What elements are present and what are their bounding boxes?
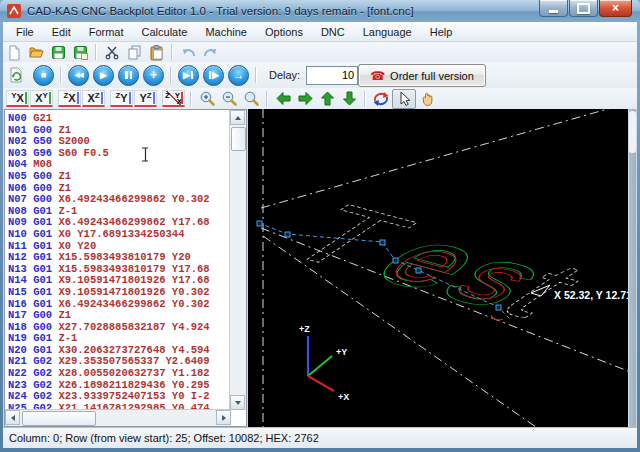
pause-button[interactable] — [118, 65, 139, 86]
view-zx-button[interactable]: ZX — [58, 90, 81, 107]
pan-hand-button[interactable] — [416, 90, 438, 108]
recalculate-button[interactable] — [5, 66, 27, 84]
copy-button[interactable] — [123, 43, 145, 61]
gcode-line[interactable]: N05 G00 Z1 — [8, 170, 229, 182]
gcode-line[interactable]: N01 G00 Z1 — [8, 124, 229, 136]
close-button[interactable]: × — [599, 0, 632, 17]
redo-button[interactable] — [199, 43, 221, 61]
plane-buttons-group: YXXYZXXZZYYZZYX — [6, 90, 186, 107]
gcode-line[interactable]: N21 G02 X29.353507565337 Y2.6409 — [8, 355, 229, 367]
scroll-up-button[interactable] — [230, 110, 245, 125]
view-3d-button[interactable]: ZYX — [162, 90, 185, 107]
menu-format[interactable]: Format — [80, 24, 133, 40]
horizontal-scroll-thumb[interactable] — [22, 411, 96, 426]
order-full-version-button[interactable]: ☎ Order full version — [358, 64, 486, 87]
copy-icon — [126, 44, 143, 61]
status-text: Column: 0; Row (from view start): 25; Of… — [9, 432, 319, 444]
pan-up-button[interactable] — [316, 90, 338, 108]
gcode-line[interactable]: N19 G01 Z-1 — [8, 332, 229, 344]
title-bar[interactable]: CAD-KAS CNC Backplot Editor 1.0 - Trial … — [0, 0, 640, 22]
menu-file[interactable]: File — [7, 24, 43, 40]
save-file-button[interactable] — [47, 43, 69, 61]
view-xz-button[interactable]: XZ — [82, 90, 105, 107]
editor-horizontal-scrollbar[interactable] — [5, 409, 231, 426]
plus-icon: + — [150, 69, 157, 81]
menu-help[interactable]: Help — [421, 24, 462, 40]
gcode-line[interactable]: N07 G00 X6.49243466299862 Y0.302 — [8, 193, 229, 205]
gcode-line[interactable]: N10 G01 X0 Y17.6891334250344 — [8, 228, 229, 240]
zoom-in-button[interactable] — [196, 90, 218, 108]
viewport-scrollbar[interactable] — [629, 109, 636, 428]
zoom-in-icon — [199, 90, 216, 107]
vertical-scroll-thumb[interactable] — [231, 127, 246, 151]
gcode-line[interactable]: N12 G01 X15.5983493810179 Y20 — [8, 251, 229, 263]
stop-button[interactable]: ■ — [33, 65, 54, 86]
toolbar-separator — [60, 67, 62, 83]
plane-boundary-upper — [261, 109, 625, 208]
menu-machine[interactable]: Machine — [196, 24, 256, 40]
status-bar: Column: 0; Row (from view start): 25; Of… — [3, 427, 637, 448]
add-button[interactable]: + — [143, 65, 164, 86]
scroll-right-button[interactable] — [216, 410, 231, 425]
pan-left-button[interactable] — [272, 90, 294, 108]
menu-calculate[interactable]: Calculate — [133, 24, 197, 40]
cut-button[interactable] — [101, 43, 123, 61]
undo-button[interactable] — [177, 43, 199, 61]
gcode-line[interactable]: N13 G01 X15.5983493810179 Y17.68 — [8, 263, 229, 275]
select-pointer-button[interactable] — [392, 89, 416, 109]
gcode-line[interactable]: N23 G02 X26.1898211829436 Y0.295 — [8, 379, 229, 391]
zoom-out-button[interactable] — [218, 90, 240, 108]
zoom-window-button[interactable] — [240, 90, 262, 108]
gcode-line[interactable]: N15 G01 X9.10591471801926 Y0.302 — [8, 286, 229, 298]
pan-right-button[interactable] — [294, 90, 316, 108]
pan-down-button[interactable] — [338, 90, 360, 108]
skip-to-end-button[interactable]: ▶ — [178, 65, 199, 86]
scroll-left-button[interactable] — [5, 410, 20, 425]
gcode-line[interactable]: N22 G02 X28.0055020632737 Y1.182 — [8, 367, 229, 379]
viewport-scroll-thumb[interactable] — [629, 111, 636, 153]
delay-input[interactable] — [306, 66, 358, 85]
gcode-line[interactable]: N11 G01 X0 Y20 — [8, 240, 229, 252]
backplot-viewport[interactable]: T e s t e s +Z +Y +X X 52.32, Y 12.71 — [248, 109, 628, 428]
menu-language[interactable]: Language — [354, 24, 421, 40]
gcode-line[interactable]: N16 G01 X6.49243466299862 Y0.302 — [8, 298, 229, 310]
gcode-line[interactable]: N18 G00 X27.7028885832187 Y4.924 — [8, 321, 229, 333]
gcode-line[interactable]: N02 G50 S2000 — [8, 135, 229, 147]
gcode-line[interactable]: N00 G21 — [8, 112, 229, 124]
open-file-button[interactable] — [25, 43, 47, 61]
scroll-down-button[interactable] — [230, 395, 245, 410]
menu-dnc[interactable]: DNC — [312, 24, 354, 40]
gcode-text-area[interactable]: N00 G21N01 G00 Z1N02 G50 S2000N03 G96 S6… — [8, 112, 229, 409]
test-text-outline: T e s t e s — [255, 189, 619, 333]
view-yz-button[interactable]: YZ — [134, 90, 157, 107]
gcode-line[interactable]: N25 G02 X21.1416781292985 Y0.474 — [8, 402, 229, 409]
rewind-button[interactable]: ◀◀ — [68, 65, 89, 86]
menu-edit[interactable]: Edit — [43, 24, 80, 40]
gcode-line[interactable]: N14 G01 X9.10591471801926 Y17.68 — [8, 274, 229, 286]
rotate-view-button[interactable] — [370, 90, 392, 108]
gcode-line[interactable]: N04 M08 — [8, 158, 229, 170]
toolbar-separator — [266, 91, 268, 107]
gcode-line[interactable]: N08 G01 Z-1 — [8, 205, 229, 217]
view-xy-button[interactable]: XY — [30, 90, 53, 107]
gcode-line[interactable]: N20 G01 X30.2063273727648 Y4.594 — [8, 344, 229, 356]
paste-button[interactable] — [145, 43, 167, 61]
new-file-button[interactable] — [3, 43, 25, 61]
gcode-line[interactable]: N24 G02 X23.9339752407153 Y0 I-2 — [8, 390, 229, 402]
menu-options[interactable]: Options — [256, 24, 312, 40]
step-forward-button[interactable]: ▶ — [203, 65, 224, 86]
editor-vertical-scrollbar[interactable] — [229, 110, 246, 410]
save-as-file-button[interactable] — [69, 43, 91, 61]
gcode-line[interactable]: N17 G00 Z1 — [8, 309, 229, 321]
view-yx-button[interactable]: YX — [6, 90, 29, 107]
gcode-line[interactable]: N09 G01 X6.49243466299862 Y17.68 — [8, 216, 229, 228]
gcode-line[interactable]: N03 G96 S60 F0.5 — [8, 147, 229, 159]
file-toolbar — [3, 42, 637, 62]
maximize-button[interactable] — [569, 0, 598, 17]
gcode-editor[interactable]: N00 G21N01 G00 Z1N02 G50 S2000N03 G96 S6… — [4, 109, 247, 427]
forward-button[interactable]: → — [228, 65, 249, 86]
gcode-line[interactable]: N06 G00 Z1 — [8, 182, 229, 194]
play-button[interactable]: ▶ — [93, 65, 114, 86]
minimize-button[interactable] — [539, 0, 568, 17]
view-zy-button[interactable]: ZY — [110, 90, 133, 107]
